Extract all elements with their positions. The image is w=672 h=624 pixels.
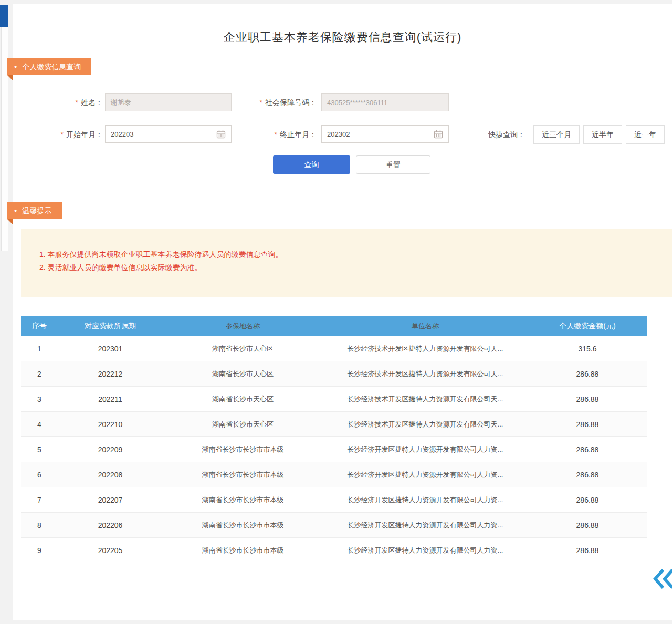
table-cell: 长沙经济技术开发区捷特人力资源开发有限公司天... [323, 412, 528, 436]
table-cell: 286.88 [528, 437, 647, 462]
page-title: 企业职工基本养老保险缴费信息查询(试运行) [13, 29, 672, 45]
start-month-value: 202203 [111, 130, 133, 138]
required-asterisk: * [260, 98, 262, 107]
table-cell: 202209 [58, 437, 163, 462]
calendar-icon[interactable] [434, 130, 443, 139]
table-row: 3202211湖南省长沙市天心区长沙经济技术开发区捷特人力资源开发有限公司天..… [21, 387, 647, 412]
end-month-field[interactable]: 202302 [321, 125, 449, 143]
table-cell: 湖南省长沙市天心区 [163, 412, 323, 436]
section-tag-label: 个人缴费信息查询 [22, 63, 81, 71]
table-cell: 202206 [58, 513, 163, 537]
table-cell: 湖南省长沙市长沙市市本级 [163, 462, 323, 487]
collapse-panel-button[interactable] [653, 567, 672, 590]
required-asterisk: * [275, 130, 277, 139]
quick-option-2[interactable]: 近一年 [626, 125, 665, 144]
pension-query-page: 企业职工基本养老保险缴费信息查询(试运行) •个人缴费信息查询 *姓名： 谢旭泰… [0, 0, 672, 624]
table-row: 5202209湖南省长沙市长沙市市本级长沙经济开发区捷特人力资源开发有限公司人力… [21, 437, 647, 462]
required-asterisk: * [76, 98, 78, 107]
start-month-label: *开始年月： [46, 130, 103, 140]
table-cell: 9 [21, 538, 58, 563]
table-row: 1202301湖南省长沙市天心区长沙经济技术开发区捷特人力资源开发有限公司天..… [21, 336, 647, 361]
table-cell: 6 [21, 462, 58, 487]
table-cell: 286.88 [528, 361, 647, 386]
table-cell: 202301 [58, 336, 163, 361]
table-cell: 3 [21, 387, 58, 411]
table-cell: 长沙经济技术开发区捷特人力资源开发有限公司天... [323, 336, 528, 361]
table-cell: 湖南省长沙市长沙市市本级 [163, 437, 323, 462]
section-tag-label: 温馨提示 [22, 206, 51, 215]
table-cell: 长沙经济开发区捷特人力资源开发有限公司人力资... [323, 437, 528, 462]
table-cell: 长沙经济技术开发区捷特人力资源开发有限公司天... [323, 361, 528, 386]
quick-query-label: 快捷查询： [488, 130, 528, 140]
end-month-value: 202302 [327, 130, 350, 138]
ssn-label: *社会保障号码： [239, 98, 317, 108]
name-label: *姓名： [52, 98, 103, 108]
table-cell: 202205 [58, 538, 163, 563]
table-header-row: 序号对应费款所属期参保地名称单位名称个人缴费金额(元) [21, 316, 647, 336]
tips-notice-box: 1. 本服务仅提供尚未领取企业职工基本养老保险待遇人员的缴费信息查询。2. 灵活… [21, 229, 672, 297]
column-header: 对应费款所属期 [58, 316, 163, 336]
payment-table: 序号对应费款所属期参保地名称单位名称个人缴费金额(元) 1202301湖南省长沙… [21, 316, 647, 563]
required-asterisk: * [61, 130, 64, 139]
section-tag-tips: •温馨提示 [7, 202, 62, 219]
table-cell: 长沙经济开发区捷特人力资源开发有限公司人力资... [323, 487, 528, 512]
table-cell: 湖南省长沙市长沙市市本级 [163, 513, 323, 537]
tip-line: 1. 本服务仅提供尚未领取企业职工基本养老保险待遇人员的缴费信息查询。 [39, 248, 283, 261]
quick-option-1[interactable]: 近半年 [583, 125, 622, 144]
table-cell: 286.88 [528, 387, 647, 411]
double-chevron-left-icon [653, 567, 672, 590]
table-row: 4202210湖南省长沙市天心区长沙经济技术开发区捷特人力资源开发有限公司天..… [21, 412, 647, 437]
section-tag-personal-payment-query: •个人缴费信息查询 [7, 58, 91, 75]
table-cell: 湖南省长沙市长沙市市本级 [163, 538, 323, 563]
table-cell: 5 [21, 437, 58, 462]
query-button[interactable]: 查询 [273, 155, 350, 174]
table-cell: 2 [21, 361, 58, 386]
table-cell: 202210 [58, 412, 163, 436]
table-cell: 长沙经济开发区捷特人力资源开发有限公司人力资... [323, 538, 528, 563]
table-cell: 202211 [58, 387, 163, 411]
table-row: 6202208湖南省长沙市长沙市市本级长沙经济开发区捷特人力资源开发有限公司人力… [21, 462, 647, 487]
bullet-icon: • [14, 206, 17, 215]
table-body: 1202301湖南省长沙市天心区长沙经济技术开发区捷特人力资源开发有限公司天..… [21, 336, 647, 563]
table-row: 2202212湖南省长沙市天心区长沙经济技术开发区捷特人力资源开发有限公司天..… [21, 361, 647, 387]
table-cell: 1 [21, 336, 58, 361]
table-cell: 286.88 [528, 538, 647, 563]
table-cell: 湖南省长沙市天心区 [163, 336, 323, 361]
table-cell: 长沙经济开发区捷特人力资源开发有限公司人力资... [323, 513, 528, 537]
table-cell: 湖南省长沙市天心区 [163, 387, 323, 411]
ssn-field[interactable]: 430525******306111 [321, 93, 449, 111]
table-row: 9202205湖南省长沙市长沙市市本级长沙经济开发区捷特人力资源开发有限公司人力… [21, 538, 647, 563]
table-cell: 8 [21, 513, 58, 537]
table-cell: 202207 [58, 487, 163, 512]
column-header: 参保地名称 [163, 316, 323, 336]
sidebar-blue-block[interactable] [0, 5, 8, 27]
column-header: 单位名称 [323, 316, 528, 336]
reset-button[interactable]: 重置 [356, 155, 430, 174]
tips-text: 1. 本服务仅提供尚未领取企业职工基本养老保险待遇人员的缴费信息查询。2. 灵活… [39, 248, 283, 274]
start-month-field[interactable]: 202203 [105, 125, 232, 143]
quick-query-buttons: 近三个月近半年近一年 [533, 125, 668, 144]
table-cell: 长沙经济开发区捷特人力资源开发有限公司人力资... [323, 462, 528, 487]
table-cell: 286.88 [528, 412, 647, 436]
table-cell: 286.88 [528, 487, 647, 512]
quick-option-0[interactable]: 近三个月 [533, 125, 580, 144]
calendar-icon[interactable] [216, 130, 226, 139]
column-header: 序号 [21, 316, 58, 336]
table-cell: 286.88 [528, 462, 647, 487]
table-cell: 4 [21, 412, 58, 436]
name-field[interactable]: 谢旭泰 [105, 93, 232, 111]
table-cell: 长沙经济技术开发区捷特人力资源开发有限公司天... [323, 387, 528, 411]
table-row: 7202207湖南省长沙市长沙市市本级长沙经济开发区捷特人力资源开发有限公司人力… [21, 487, 647, 513]
table-cell: 202208 [58, 462, 163, 487]
table-cell: 315.6 [528, 336, 647, 361]
table-row: 8202206湖南省长沙市长沙市市本级长沙经济开发区捷特人力资源开发有限公司人力… [21, 513, 647, 538]
column-header: 个人缴费金额(元) [528, 316, 647, 336]
bullet-icon: • [14, 62, 17, 71]
tip-line: 2. 灵活就业人员的缴费单位信息以实际缴费为准。 [39, 261, 283, 274]
end-month-label: *终止年月： [260, 130, 317, 140]
ssn-value: 430525******306111 [327, 99, 387, 107]
table-cell: 湖南省长沙市长沙市市本级 [163, 487, 323, 512]
table-cell: 7 [21, 487, 58, 512]
table-cell: 湖南省长沙市天心区 [163, 361, 323, 386]
table-cell: 286.88 [528, 513, 647, 537]
